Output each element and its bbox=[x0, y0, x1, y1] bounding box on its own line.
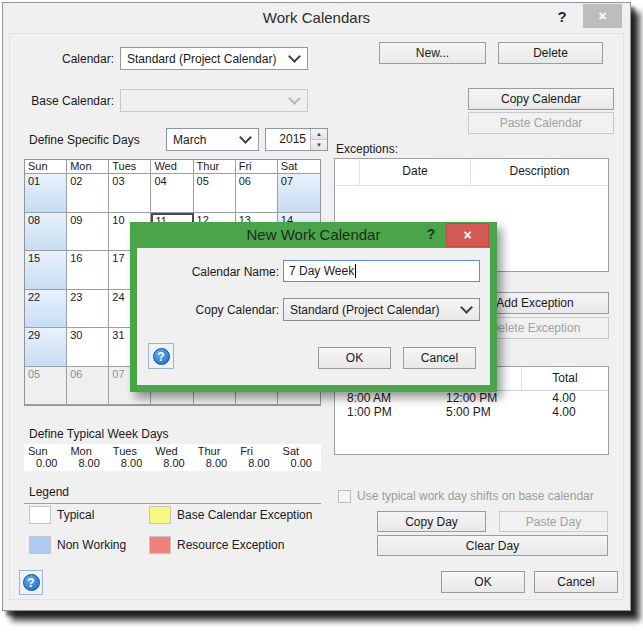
spin-down-icon[interactable]: ▼ bbox=[311, 140, 327, 150]
calendar-day-cell[interactable]: 15 bbox=[25, 251, 67, 290]
calendar-day-cell[interactable]: 22 bbox=[25, 290, 67, 329]
typical-day-value: 8.00 bbox=[66, 457, 108, 469]
use-typical-shifts-checkbox bbox=[338, 490, 351, 503]
typical-day-cell[interactable]: Tues8.00 bbox=[109, 444, 151, 471]
month-select[interactable]: March bbox=[166, 128, 259, 151]
modal-titlebar[interactable]: New Work Calendar bbox=[130, 222, 497, 248]
paste-day-button: Paste Day bbox=[499, 511, 608, 532]
modal-help-icon[interactable]: ? bbox=[422, 222, 440, 247]
ok-button[interactable]: OK bbox=[441, 571, 525, 593]
typical-day-value: 8.00 bbox=[151, 457, 193, 469]
shift-end-value: 12:00 PM bbox=[442, 391, 520, 405]
weekday-header: Wed bbox=[151, 160, 193, 174]
calendar-name-input[interactable]: 7 Day Week bbox=[283, 260, 480, 282]
calendar-day-cell[interactable]: 06 bbox=[236, 174, 278, 213]
window-close-icon[interactable]: × bbox=[583, 4, 622, 28]
legend-item: Resource Exception bbox=[149, 536, 284, 554]
legend-item-label: Resource Exception bbox=[177, 538, 284, 552]
calendar-day-cell[interactable]: 03 bbox=[109, 174, 151, 213]
weekday-header: Thur bbox=[194, 160, 236, 174]
typical-day-name: Sun bbox=[24, 445, 66, 457]
modal-help-button[interactable]: ? bbox=[148, 343, 174, 369]
define-typical-week-label: Define Typical Week Days bbox=[29, 427, 169, 441]
legend-item-label: Typical bbox=[57, 508, 94, 522]
calendar-day-cell[interactable]: 29 bbox=[25, 328, 67, 367]
typical-day-cell[interactable]: Sat0.00 bbox=[279, 444, 321, 471]
modal-cancel-button[interactable]: Cancel bbox=[403, 347, 476, 369]
window-help-icon[interactable]: ? bbox=[552, 3, 572, 31]
new-button[interactable]: New... bbox=[379, 42, 486, 64]
calendar-day-cell[interactable]: 06 bbox=[67, 367, 109, 406]
year-spinner[interactable]: 2015 ▲ ▼ bbox=[265, 128, 328, 151]
copy-calendar-button[interactable]: Copy Calendar bbox=[468, 88, 614, 110]
delete-button[interactable]: Delete bbox=[498, 42, 603, 64]
calendar-day-cell[interactable]: 04 bbox=[151, 174, 193, 213]
copy-day-button[interactable]: Copy Day bbox=[377, 511, 486, 532]
weekday-header: Sun bbox=[25, 160, 67, 174]
exceptions-description-header: Description bbox=[471, 159, 608, 185]
calendar-day-cell[interactable]: 16 bbox=[67, 251, 109, 290]
help-icon: ? bbox=[153, 348, 170, 365]
modal-close-icon[interactable]: × bbox=[446, 223, 489, 247]
legend-item: Base Calendar Exception bbox=[149, 506, 312, 524]
weekday-header: Fri bbox=[236, 160, 278, 174]
calendar-day-cell[interactable]: 05 bbox=[25, 367, 67, 406]
spin-up-icon[interactable]: ▲ bbox=[311, 129, 327, 140]
typical-day-name: Wed bbox=[151, 445, 193, 457]
shift-start-value: 8:00 AM bbox=[335, 391, 442, 405]
calendar-day-cell[interactable]: 08 bbox=[25, 213, 67, 252]
month-select-value: March bbox=[173, 133, 206, 147]
shift-end-value: 5:00 PM bbox=[442, 405, 520, 419]
chevron-down-icon bbox=[288, 92, 301, 105]
calendar-day-cell[interactable]: 02 bbox=[67, 174, 109, 213]
weekday-header: Sat bbox=[278, 160, 320, 174]
weekday-header: Mon bbox=[67, 160, 109, 174]
calendar-day-cell[interactable]: 07 bbox=[278, 174, 320, 213]
exceptions-selector-column bbox=[335, 159, 360, 185]
typical-day-cell[interactable]: Thur8.00 bbox=[194, 444, 236, 471]
calendar-day-cell[interactable]: 30 bbox=[67, 328, 109, 367]
window-title: Work Calendars bbox=[263, 9, 370, 26]
modal-copy-calendar-value: Standard (Project Calendar) bbox=[290, 303, 439, 317]
shift-total-value: 4.00 bbox=[520, 391, 608, 405]
chevron-down-icon bbox=[460, 301, 473, 314]
define-specific-days-label: Define Specific Days bbox=[29, 133, 140, 147]
shift-total-value: 4.00 bbox=[520, 405, 608, 419]
help-button[interactable]: ? bbox=[19, 570, 43, 595]
window-titlebar[interactable]: Work Calendars bbox=[3, 3, 630, 33]
typical-day-cell[interactable]: Wed8.00 bbox=[151, 444, 193, 471]
chevron-down-icon bbox=[239, 131, 252, 144]
typical-day-cell[interactable]: Sun0.00 bbox=[24, 444, 66, 471]
calendar-name-label: Calendar Name: bbox=[147, 265, 279, 279]
text-caret bbox=[355, 264, 356, 278]
typical-day-cell[interactable]: Fri8.00 bbox=[236, 444, 278, 471]
calendar-day-cell[interactable]: 05 bbox=[194, 174, 236, 213]
shift-row[interactable]: 1:00 PM5:00 PM4.00 bbox=[335, 405, 608, 419]
modal-ok-button[interactable]: OK bbox=[318, 347, 391, 369]
typical-day-value: 0.00 bbox=[279, 457, 321, 469]
typical-day-value: 8.00 bbox=[109, 457, 151, 469]
typical-day-name: Fri bbox=[236, 445, 278, 457]
legend-item-label: Base Calendar Exception bbox=[177, 508, 312, 522]
calendar-day-cell[interactable]: 09 bbox=[67, 213, 109, 252]
help-icon: ? bbox=[23, 574, 40, 591]
cancel-button[interactable]: Cancel bbox=[534, 571, 618, 593]
year-value: 2015 bbox=[266, 129, 310, 150]
calendar-day-cell[interactable]: 23 bbox=[67, 290, 109, 329]
exceptions-date-header: Date bbox=[360, 159, 471, 185]
screenshot-stage: Work Calendars ? × Calendar: Standard (P… bbox=[0, 0, 643, 632]
legend-label: Legend bbox=[24, 485, 321, 504]
shift-start-value: 1:00 PM bbox=[335, 405, 442, 419]
paste-calendar-button: Paste Calendar bbox=[468, 112, 614, 134]
exceptions-table-header: Date Description bbox=[335, 159, 608, 186]
clear-day-button[interactable]: Clear Day bbox=[377, 535, 608, 556]
chevron-down-icon bbox=[288, 50, 301, 63]
modal-copy-calendar-select[interactable]: Standard (Project Calendar) bbox=[283, 298, 480, 321]
shift-row[interactable]: 8:00 AM12:00 PM4.00 bbox=[335, 391, 608, 405]
legend-item-label: Non Working bbox=[57, 538, 126, 552]
calendar-day-cell[interactable]: 01 bbox=[25, 174, 67, 213]
legend-swatch bbox=[149, 536, 171, 554]
typical-day-cell[interactable]: Mon8.00 bbox=[66, 444, 108, 471]
modal-title: New Work Calendar bbox=[247, 226, 381, 243]
calendar-select[interactable]: Standard (Project Calendar) bbox=[120, 47, 308, 70]
